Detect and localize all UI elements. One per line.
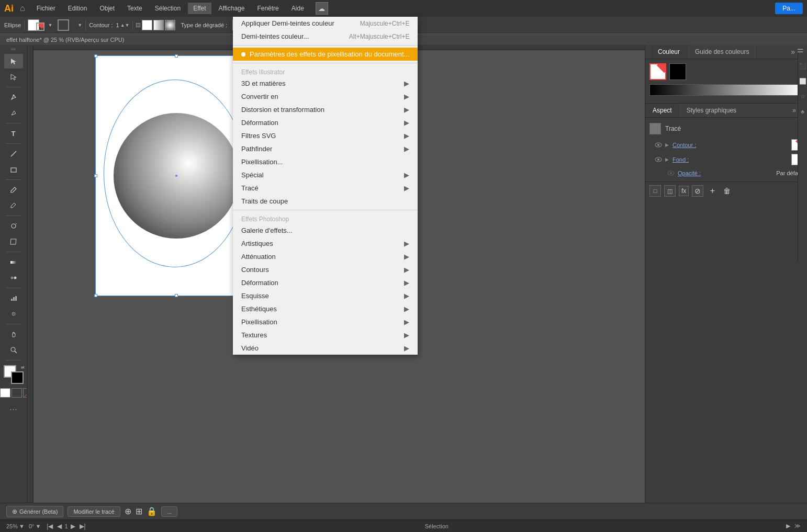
fond-expand-icon[interactable]: ▶ (663, 156, 670, 163)
contour-value-area[interactable]: 1 ▲▼ (116, 22, 130, 28)
brush-tool[interactable] (4, 183, 23, 197)
tab-aspect[interactable]: Aspect (645, 104, 679, 117)
stroke-mode-btn[interactable] (12, 388, 22, 398)
zoom-dropdown[interactable]: 25% ▼ (6, 523, 25, 529)
rotation-dropdown[interactable]: 0° ▼ (29, 523, 41, 529)
lock-icon-bottom[interactable]: 🔒 (147, 506, 157, 516)
status-info-icon[interactable]: ≫ (794, 523, 801, 529)
menu-affichage[interactable]: Affichage (214, 3, 250, 14)
tab-couleur[interactable]: Couleur (651, 45, 688, 59)
stroke-dropdown-arrow[interactable]: ▼ (77, 22, 82, 28)
handle-ml[interactable] (94, 174, 97, 177)
selection-tool[interactable] (4, 54, 23, 69)
hand-tool[interactable] (4, 327, 23, 342)
stroke-box[interactable] (58, 19, 69, 31)
menu-item-esthetiques[interactable]: Esthétiques ▶ (233, 302, 418, 315)
zoom-tool[interactable] (4, 343, 23, 357)
fx-no-btn[interactable]: ⊘ (692, 185, 703, 197)
contour-expand-icon[interactable]: ▶ (663, 141, 670, 149)
menu-item-contours[interactable]: Contours ▶ (233, 263, 418, 276)
side-icon-1[interactable]: ⬛ (799, 63, 806, 70)
handle-bm[interactable] (175, 294, 178, 297)
fx-square-btn-1[interactable]: □ (649, 185, 661, 197)
side-icon-4[interactable]: ♣ (801, 108, 804, 115)
menu-item-pathfinder[interactable]: Pathfinder ▶ (233, 142, 418, 155)
handle-tm[interactable] (175, 54, 178, 58)
menu-texte[interactable]: Texte (122, 3, 148, 14)
menu-item-appliquer-demi-teintes[interactable]: Appliquer Demi-teintes couleur Majuscule… (233, 17, 418, 30)
background-color[interactable] (11, 371, 24, 384)
contour-label[interactable]: Contour : (670, 142, 791, 148)
pencil-tool[interactable] (4, 198, 23, 213)
combine-icon-bottom[interactable]: ⊞ (136, 506, 142, 516)
foreground-swatch[interactable] (649, 63, 666, 80)
menu-item-pixellisation-photo[interactable]: Pixellisation ▶ (233, 315, 418, 329)
fill-mode-btn[interactable] (0, 388, 10, 398)
swap-colors-icon[interactable]: ⇄ (21, 365, 25, 370)
menu-item-galerie[interactable]: Galerie d'effets... (233, 224, 418, 237)
menu-item-demi-teintes[interactable]: Demi-teintes couleur... Alt+Majuscule+Ct… (233, 30, 418, 43)
fx-btn-main[interactable]: fx (679, 186, 689, 196)
text-tool[interactable]: T (4, 126, 23, 141)
tab-styles-graphiques[interactable]: Styles graphiques (679, 104, 744, 117)
fx-add-btn[interactable]: + (707, 185, 718, 197)
fill-area[interactable] (28, 19, 44, 31)
menu-item-parametres[interactable]: Paramètres des effets de pixellisation d… (233, 48, 418, 61)
blend-tool[interactable] (4, 270, 23, 285)
menu-item-attenuation[interactable]: Atténuation ▶ (233, 250, 418, 263)
page-last-btn[interactable]: ▶| (78, 523, 87, 530)
menu-objet[interactable]: Objet (94, 3, 120, 14)
generate-btn[interactable]: ⊕ Générer (Beta) (6, 506, 63, 517)
aspect-expand-icon[interactable]: » (792, 107, 796, 114)
side-icon-3[interactable]: ☆ (800, 93, 805, 100)
gradient-tool[interactable] (4, 255, 23, 269)
menu-fenetre[interactable]: Fenêtre (252, 3, 284, 14)
fond-label[interactable]: Fond : (670, 156, 791, 163)
pen-tool[interactable] (4, 90, 23, 105)
page-next-btn[interactable]: ▶ (69, 523, 77, 530)
menu-item-esquisse[interactable]: Esquisse ▶ (233, 289, 418, 302)
page-first-btn[interactable]: |◀ (45, 523, 54, 530)
menu-item-deformation-photo[interactable]: Déformation ▶ (233, 276, 418, 289)
fill-dropdown-arrow[interactable]: ▼ (48, 22, 52, 28)
contour-eye-icon[interactable] (654, 140, 663, 150)
menu-item-distorsion[interactable]: Distorsion et transformation ▶ (233, 103, 418, 116)
menu-selection[interactable]: Sélection (150, 3, 186, 14)
opacite-eye-icon[interactable] (666, 168, 676, 178)
fx-square-btn-2[interactable]: ◫ (664, 185, 676, 197)
line-tool[interactable] (4, 146, 23, 161)
menu-item-textures[interactable]: Textures ▶ (233, 329, 418, 342)
menu-item-deformation-illus[interactable]: Déformation ▶ (233, 116, 418, 129)
cloud-button[interactable]: Pa... (775, 3, 803, 14)
none-mode-btn[interactable] (23, 388, 27, 398)
stroke-area[interactable] (58, 19, 74, 31)
menu-fichier[interactable]: Fichier (31, 3, 61, 14)
page-prev-btn[interactable]: ◀ (55, 523, 63, 530)
cloud-icon[interactable]: ☁ (316, 2, 328, 15)
rotate-tool[interactable] (4, 219, 23, 233)
gradient-type-2[interactable] (153, 20, 164, 30)
panel-expand-icon[interactable]: » (791, 48, 795, 56)
more-btn[interactable]: ... (161, 506, 177, 517)
handle-tl[interactable] (94, 54, 97, 58)
fond-eye-icon[interactable] (654, 155, 663, 164)
menu-item-trace[interactable]: Tracé ▶ (233, 182, 418, 195)
home-icon[interactable]: ⌂ (20, 4, 25, 13)
stroke-swatch-small[interactable] (36, 22, 44, 31)
side-icon-2[interactable]: ⬜ (799, 78, 806, 85)
menu-item-artistiques[interactable]: Artistiques ▶ (233, 237, 418, 250)
gradient-slider[interactable] (649, 84, 803, 96)
menu-aide[interactable]: Aide (286, 3, 309, 14)
gradient-type-1[interactable] (142, 20, 152, 30)
menu-item-3d[interactable]: 3D et matières ▶ (233, 77, 418, 90)
playback-icon[interactable]: ▶ (786, 523, 790, 529)
menu-item-filtres-svg[interactable]: Filtres SVG ▶ (233, 129, 418, 142)
gradient-type-3[interactable] (165, 20, 175, 30)
handle-bl[interactable] (94, 294, 97, 297)
modify-trace-btn[interactable]: Modifier le tracé (68, 506, 120, 517)
tab-guide-couleurs[interactable]: Guide des couleurs (688, 45, 757, 59)
background-swatch[interactable] (669, 63, 686, 80)
opacite-label[interactable]: Opacité : (676, 170, 776, 176)
menu-item-special[interactable]: Spécial ▶ (233, 168, 418, 182)
tools-more-btn[interactable]: ··· (9, 404, 17, 415)
